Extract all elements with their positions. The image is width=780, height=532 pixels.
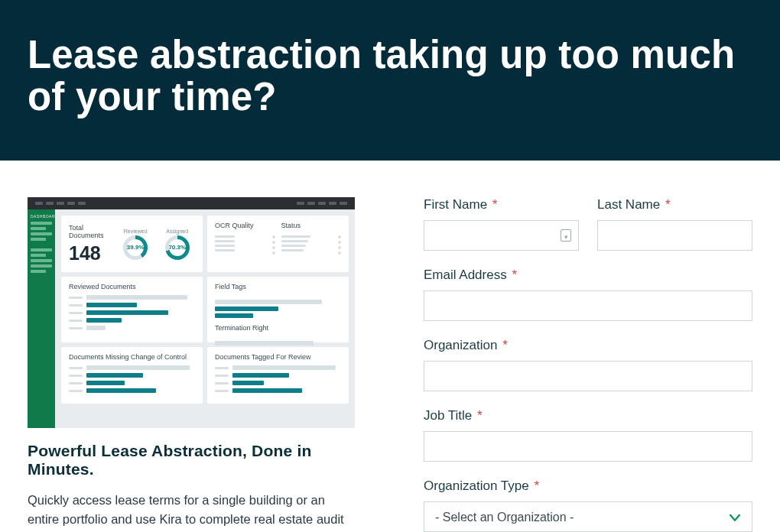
- first-name-input[interactable]: [424, 220, 579, 251]
- dashboard-sidebar: DASHBOARD: [28, 209, 55, 428]
- reviewed-pct: 39.9%: [123, 235, 148, 260]
- assigned-pct: 70.3%: [165, 235, 190, 260]
- dashboard-screenshot: DASHBOARD Total Documents 148 Reviewed 3…: [28, 197, 355, 428]
- last-name-input[interactable]: [597, 220, 752, 251]
- total-docs-value: 148: [69, 242, 112, 264]
- panel-field-termination: Field Tags Termination Right: [207, 277, 349, 342]
- left-body-text: Quickly access lease terms for a single …: [28, 491, 355, 532]
- lead-form: First Name * ▾ Last Name * Email Address…: [424, 197, 752, 532]
- reviewed-label: Reviewed: [118, 229, 154, 234]
- field-tags-label: Field Tags: [215, 283, 341, 290]
- panel-ocr-status: OCR Quality Status: [207, 216, 349, 272]
- tagged-review-label: Documents Tagged For Review: [215, 353, 341, 361]
- first-name-label: First Name *: [424, 197, 579, 212]
- sidebar-title: DASHBOARD: [31, 214, 52, 219]
- organization-type-label: Organization Type *: [424, 478, 752, 494]
- panel-tagged-for-review: Documents Tagged For Review: [207, 347, 349, 404]
- ocr-quality-label: OCR Quality: [215, 222, 275, 229]
- panel-reviewed-documents: Reviewed Documents: [61, 277, 203, 342]
- organization-input[interactable]: [424, 361, 752, 391]
- organization-label: Organization *: [424, 338, 752, 353]
- hero-banner: Lease abstraction taking up too much of …: [0, 0, 780, 161]
- organization-type-select[interactable]: - Select an Organization -: [424, 501, 752, 532]
- left-subheading: Powerful Lease Abstraction, Done in Minu…: [28, 442, 355, 478]
- assigned-donut: 70.3%: [165, 235, 190, 260]
- job-title-input[interactable]: [424, 431, 752, 462]
- email-input[interactable]: [424, 290, 752, 321]
- missing-cc-label: Documents Missing Change of Control: [69, 353, 195, 361]
- assigned-label: Assigned: [159, 229, 195, 234]
- left-column: DASHBOARD Total Documents 148 Reviewed 3…: [28, 197, 355, 532]
- job-title-label: Job Title *: [424, 408, 752, 423]
- total-docs-label: Total Documents: [69, 224, 112, 239]
- dashboard-window-chrome: [28, 197, 355, 209]
- reviewed-docs-label: Reviewed Documents: [69, 283, 195, 290]
- email-label: Email Address *: [424, 268, 752, 283]
- status-label: Status: [281, 222, 342, 229]
- main-content: DASHBOARD Total Documents 148 Reviewed 3…: [0, 161, 780, 532]
- dashboard-grid: Total Documents 148 Reviewed 39.9% Assig…: [55, 209, 355, 428]
- panel-missing-change-of-control: Documents Missing Change of Control: [61, 347, 203, 404]
- termination-right-label: Termination Right: [215, 324, 341, 332]
- reviewed-donut: 39.9%: [123, 235, 148, 260]
- last-name-label: Last Name *: [597, 197, 752, 212]
- hero-title: Lease abstraction taking up too much of …: [28, 34, 752, 118]
- panel-total-documents: Total Documents 148 Reviewed 39.9% Assig…: [61, 216, 203, 272]
